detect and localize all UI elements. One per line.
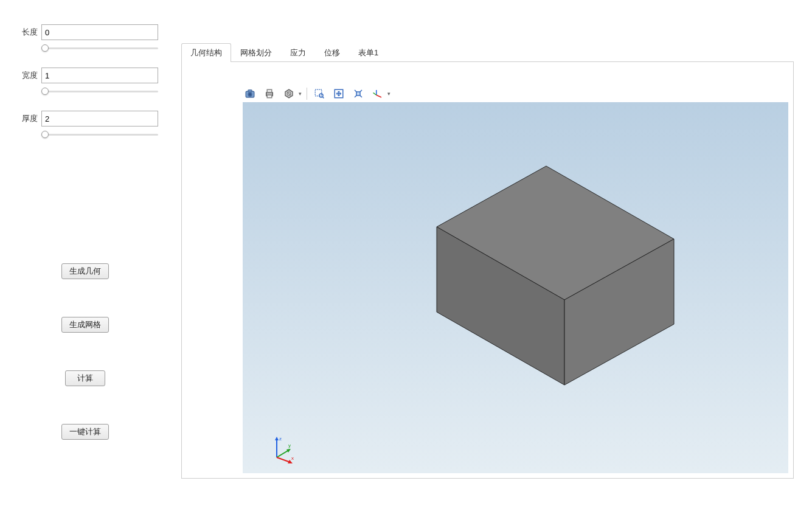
one-click-compute-button[interactable]: 一键计算 (61, 424, 109, 440)
svg-rect-5 (267, 95, 272, 98)
parameter-sidebar: 长度 宽度 厚度 生成几何 生成网格 计算 一键计算 (0, 0, 170, 520)
svg-rect-2 (248, 90, 252, 92)
width-row: 宽度 (12, 68, 158, 83)
camera-icon[interactable] (243, 86, 257, 101)
hexagon-dropdown-icon[interactable]: ▾ (299, 91, 302, 97)
thickness-slider[interactable] (41, 130, 158, 139)
axis-gizmo: z y x (268, 434, 296, 465)
zoom-box-icon[interactable] (312, 86, 327, 101)
tab-stress[interactable]: 应力 (281, 43, 315, 62)
svg-text:z: z (279, 436, 282, 442)
hexagon-icon[interactable] (282, 86, 296, 101)
reset-view-icon[interactable] (351, 86, 366, 101)
geometry-box (327, 148, 704, 428)
length-label: 长度 (12, 27, 41, 38)
length-input[interactable] (41, 24, 158, 40)
viewer-toolbar: ▾ ▾ (243, 86, 390, 101)
3d-viewport[interactable]: z y x (243, 102, 788, 473)
svg-text:y: y (288, 443, 291, 448)
svg-line-16 (373, 93, 377, 95)
axes-dropdown-icon[interactable]: ▾ (387, 91, 390, 97)
length-row: 长度 (12, 24, 158, 40)
generate-mesh-button[interactable]: 生成网格 (61, 317, 109, 333)
toolbar-separator (307, 88, 307, 100)
svg-line-11 (322, 97, 324, 98)
svg-rect-13 (356, 92, 360, 95)
svg-line-15 (377, 95, 381, 97)
axes-icon[interactable] (370, 86, 385, 101)
svg-line-23 (277, 450, 289, 457)
main-area: 几何结构 网格划分 应力 位移 表单1 ▾ (170, 0, 812, 520)
fit-extents-icon[interactable] (331, 86, 346, 101)
generate-geometry-button[interactable]: 生成几何 (61, 263, 109, 279)
svg-point-1 (248, 92, 252, 96)
width-slider[interactable] (41, 87, 158, 95)
length-slider[interactable] (41, 44, 158, 52)
tab-content: ▾ ▾ (181, 62, 794, 479)
thickness-row: 厚度 (12, 111, 158, 127)
tab-geometry[interactable]: 几何结构 (181, 43, 231, 62)
thickness-input[interactable] (41, 111, 158, 127)
svg-text:x: x (291, 456, 294, 461)
width-label: 宽度 (12, 70, 41, 81)
svg-rect-9 (315, 89, 322, 96)
svg-marker-21 (275, 437, 279, 440)
compute-button[interactable]: 计算 (65, 370, 105, 386)
tabbar: 几何结构 网格划分 应力 位移 表单1 (181, 43, 794, 62)
tab-displacement[interactable]: 位移 (315, 43, 349, 62)
svg-line-26 (277, 457, 290, 462)
print-icon[interactable] (262, 86, 277, 101)
tab-mesh[interactable]: 网格划分 (231, 43, 281, 62)
tab-form1[interactable]: 表单1 (349, 43, 387, 62)
width-input[interactable] (41, 68, 158, 83)
svg-rect-4 (267, 89, 272, 92)
thickness-label: 厚度 (12, 113, 41, 124)
